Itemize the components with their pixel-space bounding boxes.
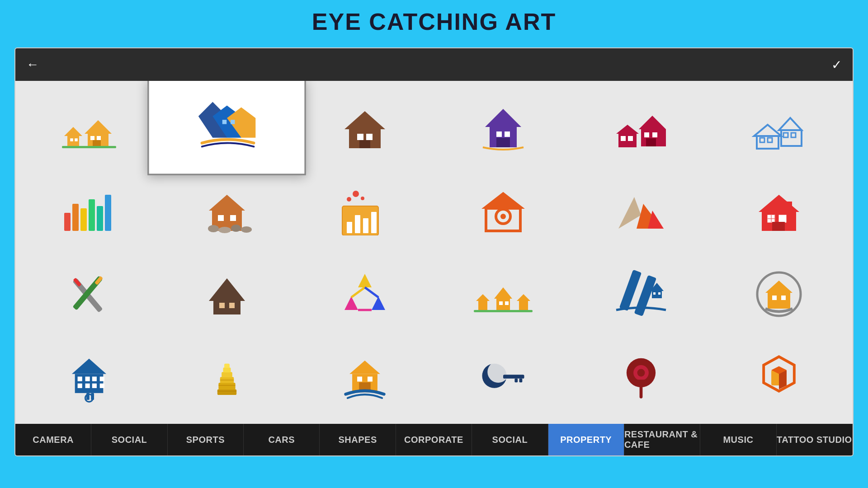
logo-item[interactable] [296,336,434,419]
svg-rect-142 [368,376,373,381]
svg-rect-125 [92,383,96,388]
svg-marker-69 [618,197,641,229]
svg-rect-135 [224,363,230,367]
svg-rect-89 [219,303,225,308]
svg-marker-92 [344,296,358,310]
nav-item-social2[interactable]: SOCIAL [472,424,548,455]
svg-rect-111 [658,292,660,295]
svg-point-56 [353,191,359,197]
svg-rect-105 [474,310,533,312]
logo-item[interactable] [572,336,710,419]
svg-marker-103 [517,294,530,301]
svg-rect-79 [787,202,792,211]
logo-item[interactable] [434,169,572,253]
logo-item[interactable] [296,169,434,253]
svg-rect-115 [772,296,777,300]
svg-rect-114 [768,293,790,309]
nav-item-restaurant[interactable]: RESTAURANT & CAFE [624,424,700,455]
svg-rect-51 [230,215,236,221]
logo-item[interactable] [296,85,434,169]
svg-rect-77 [779,215,786,222]
logo-item[interactable] [710,169,848,253]
svg-rect-63 [371,212,377,233]
svg-marker-97 [476,294,490,301]
nav-item-property[interactable]: PROPERTY [548,424,624,455]
svg-rect-9 [62,146,116,148]
logo-item[interactable] [296,253,434,336]
check-button[interactable]: ✓ [831,57,842,72]
logo-grid [15,81,853,424]
nav-item-tattoo[interactable]: TATTOO STUDIO [777,424,853,455]
svg-rect-18 [366,134,373,140]
nav-item-social[interactable]: SOCIAL [91,424,167,455]
svg-marker-38 [779,118,802,130]
svg-rect-19 [359,140,370,148]
svg-rect-43 [72,204,79,231]
svg-rect-8 [93,140,101,146]
logo-item-selected[interactable] [147,81,306,175]
logo-item[interactable] [158,336,296,419]
logo-item[interactable] [158,253,296,336]
svg-marker-4 [85,120,112,134]
svg-rect-120 [85,376,90,381]
logo-item[interactable] [158,169,296,253]
logo-item[interactable] [710,85,848,169]
svg-rect-104 [519,301,528,310]
svg-marker-48 [209,195,245,211]
svg-rect-88 [213,301,241,314]
svg-rect-61 [355,215,360,233]
svg-marker-34 [754,125,781,136]
svg-rect-2 [70,138,73,141]
svg-rect-131 [218,383,235,389]
logo-item[interactable] [434,336,572,419]
svg-marker-93 [372,296,385,310]
svg-rect-3 [75,138,78,141]
nav-item-cars[interactable]: CARS [244,424,320,455]
svg-rect-47 [105,195,111,231]
nav-item-sports[interactable]: SPORTS [168,424,244,455]
svg-marker-20 [485,109,521,127]
nav-item-shapes[interactable]: SHAPES [320,424,396,455]
svg-point-151 [637,369,645,376]
svg-rect-130 [217,389,236,395]
logo-item[interactable] [572,169,710,253]
svg-rect-141 [357,376,362,381]
logo-item[interactable] [20,336,158,419]
svg-line-94 [351,287,365,297]
svg-rect-14 [231,120,235,124]
logo-item[interactable] [434,85,572,169]
logo-item[interactable] [20,253,158,336]
nav-item-corporate[interactable]: CORPORATE [396,424,472,455]
svg-marker-87 [209,278,245,301]
svg-rect-33 [646,138,656,146]
svg-rect-116 [781,296,786,300]
svg-rect-62 [363,218,368,233]
svg-rect-60 [347,222,352,233]
svg-rect-23 [505,131,510,137]
logo-item[interactable] [710,336,848,419]
svg-rect-102 [505,301,509,305]
svg-rect-41 [791,133,796,137]
svg-point-54 [231,225,241,232]
logo-item[interactable] [434,253,572,336]
svg-rect-148 [519,378,522,382]
svg-rect-98 [478,301,487,310]
nav-item-camera[interactable]: CAMERA [15,424,91,455]
back-button[interactable]: ← [26,57,39,72]
logo-item[interactable] [710,253,848,336]
svg-rect-42 [64,213,71,231]
svg-rect-24 [496,138,510,147]
logo-item[interactable] [20,169,158,253]
svg-rect-45 [89,199,95,231]
logo-item[interactable] [572,85,710,169]
logo-item[interactable] [20,85,158,169]
app-header: ← ✓ [15,48,853,81]
nav-item-music[interactable]: MUSIC [700,424,776,455]
svg-rect-40 [783,133,788,137]
logo-item[interactable] [572,253,710,336]
svg-point-53 [218,227,231,233]
svg-marker-64 [483,192,524,208]
svg-rect-126 [99,383,104,388]
svg-rect-32 [652,132,657,137]
svg-rect-119 [77,376,82,381]
